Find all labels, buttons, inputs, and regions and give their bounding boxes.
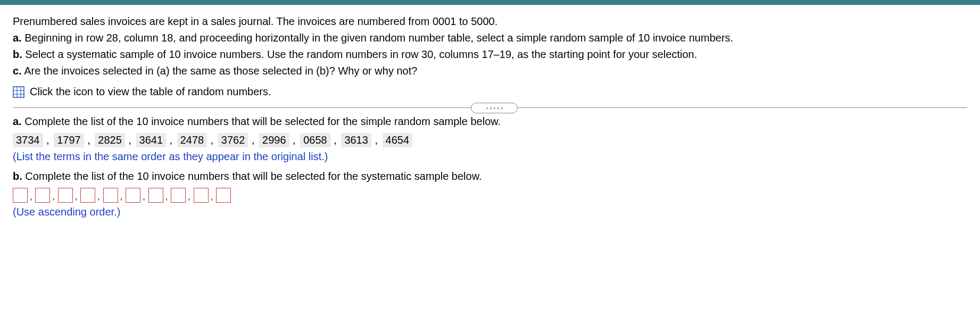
separator: , <box>167 134 176 146</box>
separator: , <box>85 134 94 146</box>
random-table-link-row: Click the icon to view the table of rand… <box>13 86 967 98</box>
part-c-label: c. <box>13 65 22 77</box>
section-divider <box>13 107 967 108</box>
part-b-text: Select a systematic sample of 10 invoice… <box>22 48 697 60</box>
part-b-stem: b. Select a systematic sample of 10 invo… <box>13 47 967 62</box>
question-stem: Prenumbered sales invoices are kept in a… <box>13 14 967 98</box>
part-b-note: (Use ascending order.) <box>13 206 967 218</box>
separator: , <box>248 134 258 146</box>
separator: , <box>52 192 54 202</box>
part-a-label: a. <box>13 32 22 44</box>
invoice-number-input[interactable] <box>80 188 95 203</box>
invoice-number-input[interactable] <box>13 188 28 203</box>
invoice-number-input[interactable] <box>194 188 209 203</box>
separator: , <box>290 134 299 146</box>
intro-text: Prenumbered sales invoices are kept in a… <box>13 14 967 29</box>
answer-value: 3613 <box>341 133 371 147</box>
svg-rect-0 <box>13 87 24 97</box>
invoice-number-input[interactable] <box>148 188 163 203</box>
part-c-stem: c. Are the invoices selected in (a) the … <box>13 64 967 78</box>
divider-handle[interactable] <box>471 103 518 113</box>
invoice-number-input[interactable] <box>103 188 118 203</box>
part-b-prompt-label: b. <box>13 170 22 182</box>
separator: , <box>372 134 381 146</box>
separator: , <box>120 192 122 202</box>
separator: , <box>207 134 217 146</box>
answer-value: 3641 <box>136 133 167 147</box>
part-a-answer-list: 3734 , 1797 , 2825 , 3641 , 2478 , 3762 … <box>13 133 967 147</box>
part-c-text: Are the invoices selected in (a) the sam… <box>22 65 418 77</box>
part-b-prompt: b. Complete the list of the 10 invoice n… <box>13 170 967 183</box>
separator: , <box>188 192 190 202</box>
separator: , <box>143 192 145 202</box>
part-b-label: b. <box>13 48 22 60</box>
separator: , <box>331 134 340 146</box>
separator: , <box>165 192 168 202</box>
separator: , <box>30 192 32 202</box>
answer-value: 3734 <box>13 133 43 147</box>
answer-value: 2825 <box>95 133 125 147</box>
part-a-prompt: a. Complete the list of the 10 invoice n… <box>13 115 967 128</box>
invoice-number-input[interactable] <box>58 188 73 203</box>
separator: , <box>126 134 135 146</box>
answer-value: 3762 <box>218 133 248 147</box>
invoice-number-input[interactable] <box>171 188 186 203</box>
part-a-text: Beginning in row 28, column 18, and proc… <box>22 32 733 44</box>
part-a-note: (List the terms in the same order as the… <box>13 151 967 163</box>
invoice-number-input[interactable] <box>126 188 140 203</box>
part-b-section: b. Complete the list of the 10 invoice n… <box>13 170 967 218</box>
invoice-number-input[interactable] <box>216 188 231 203</box>
part-a-section: a. Complete the list of the 10 invoice n… <box>13 115 967 163</box>
part-a-prompt-text: Complete the list of the 10 invoice numb… <box>22 115 501 127</box>
separator: , <box>97 192 99 202</box>
part-b-prompt-text: Complete the list of the 10 invoice numb… <box>22 170 482 182</box>
answer-value: 2478 <box>177 133 207 147</box>
invoice-number-input[interactable] <box>35 188 50 203</box>
part-a-prompt-label: a. <box>13 115 22 127</box>
part-b-input-row: ,,,,,,,,, <box>13 188 967 203</box>
random-table-link-text[interactable]: Click the icon to view the table of rand… <box>30 86 271 98</box>
answer-value: 1797 <box>54 133 84 147</box>
separator: , <box>75 192 77 202</box>
window-top-bar <box>0 0 980 5</box>
answer-value: 0658 <box>300 133 330 147</box>
answer-value: 4654 <box>383 133 413 147</box>
separator: , <box>44 134 53 146</box>
part-a-stem: a. Beginning in row 28, column 18, and p… <box>13 31 967 45</box>
table-icon[interactable] <box>13 86 24 98</box>
separator: , <box>211 192 213 202</box>
question-page: Prenumbered sales invoices are kept in a… <box>0 5 980 227</box>
answer-value: 2996 <box>259 133 289 147</box>
